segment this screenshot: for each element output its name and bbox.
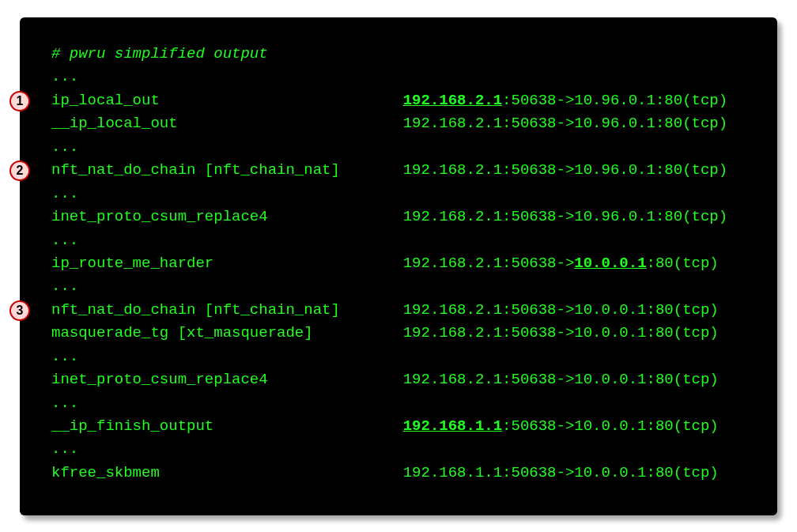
- annotation-label: 2: [17, 164, 24, 178]
- tuple-text: :50638->10.0.0.1:80(tcp): [502, 417, 719, 435]
- function-name: ip_local_out: [51, 89, 403, 112]
- highlighted-ip: 192.168.1.1: [403, 417, 502, 435]
- ellipsis-text: ...: [51, 345, 78, 368]
- ellipsis-line: ...: [51, 438, 746, 461]
- highlighted-ip: 10.0.0.1: [574, 255, 646, 272]
- function-name: inet_proto_csum_replace4: [51, 368, 403, 391]
- connection-tuple: 192.168.1.1:50638->10.0.0.1:80(tcp): [403, 462, 719, 485]
- connection-tuple: 192.168.2.1:50638->10.96.0.1:80(tcp): [403, 112, 727, 135]
- trace-line: masquerade_tg [xt_masquerade]192.168.2.1…: [51, 322, 746, 345]
- annotation-badge-2: 2: [9, 160, 30, 181]
- tuple-text: :50638->10.96.0.1:80(tcp): [502, 92, 727, 109]
- tuple-text: :80(tcp): [647, 255, 719, 272]
- ellipsis-text: ...: [51, 136, 78, 159]
- trace-line: inet_proto_csum_replace4192.168.2.1:5063…: [51, 368, 746, 391]
- ellipsis-line: ...: [51, 345, 746, 368]
- function-name: nft_nat_do_chain [nft_chain_nat]: [51, 159, 403, 182]
- function-name: __ip_finish_output: [51, 415, 403, 438]
- terminal-window: # pwru simplified output ...ip_local_out…: [20, 17, 777, 515]
- connection-tuple: 192.168.2.1:50638->10.0.0.1:80(tcp): [403, 252, 719, 275]
- connection-tuple: 192.168.2.1:50638->10.96.0.1:80(tcp): [403, 206, 727, 228]
- ellipsis-line: ...: [51, 66, 746, 89]
- trace-line: __ip_local_out192.168.2.1:50638->10.96.0…: [51, 112, 746, 135]
- annotation-badge-1: 1: [9, 91, 30, 111]
- ellipsis-line: ...: [51, 183, 746, 206]
- tuple-text: 192.168.2.1:50638->10.0.0.1:80(tcp): [403, 371, 719, 388]
- tuple-text: 192.168.1.1:50638->10.0.0.1:80(tcp): [403, 464, 719, 481]
- trace-line: ip_route_me_harder192.168.2.1:50638->10.…: [51, 252, 746, 275]
- ellipsis-line: ...: [51, 392, 746, 415]
- ellipsis-text: ...: [51, 275, 78, 298]
- trace-line: __ip_finish_output192.168.1.1:50638->10.…: [51, 415, 746, 438]
- trace-line: nft_nat_do_chain [nft_chain_nat]192.168.…: [51, 299, 746, 322]
- connection-tuple: 192.168.2.1:50638->10.0.0.1:80(tcp): [403, 322, 719, 345]
- comment-line: # pwru simplified output: [51, 43, 746, 66]
- ellipsis-text: ...: [51, 438, 78, 461]
- connection-tuple: 192.168.2.1:50638->10.96.0.1:80(tcp): [403, 159, 727, 182]
- ellipsis-line: ...: [51, 275, 746, 298]
- tuple-text: 192.168.2.1:50638->10.96.0.1:80(tcp): [403, 208, 727, 225]
- function-name: nft_nat_do_chain [nft_chain_nat]: [51, 299, 403, 322]
- trace-line: inet_proto_csum_replace4192.168.2.1:5063…: [51, 206, 746, 228]
- connection-tuple: 192.168.2.1:50638->10.0.0.1:80(tcp): [403, 299, 719, 322]
- connection-tuple: 192.168.2.1:50638->10.96.0.1:80(tcp): [403, 89, 727, 112]
- connection-tuple: 192.168.2.1:50638->10.0.0.1:80(tcp): [403, 368, 719, 391]
- ellipsis-line: ...: [51, 136, 746, 159]
- annotation-label: 1: [17, 94, 24, 108]
- ellipsis-text: ...: [51, 66, 78, 89]
- tuple-text: 192.168.2.1:50638->10.0.0.1:80(tcp): [403, 324, 719, 341]
- trace-line: ip_local_out192.168.2.1:50638->10.96.0.1…: [51, 89, 746, 112]
- connection-tuple: 192.168.1.1:50638->10.0.0.1:80(tcp): [403, 415, 719, 438]
- terminal-rows: ...ip_local_out192.168.2.1:50638->10.96.…: [51, 66, 746, 485]
- highlighted-ip: 192.168.2.1: [403, 92, 502, 109]
- function-name: inet_proto_csum_replace4: [51, 206, 403, 228]
- ellipsis-line: ...: [51, 229, 746, 252]
- function-name: ip_route_me_harder: [51, 252, 403, 275]
- tuple-text: 192.168.2.1:50638->: [403, 255, 575, 272]
- function-name: masquerade_tg [xt_masquerade]: [51, 322, 403, 345]
- tuple-text: 192.168.2.1:50638->10.96.0.1:80(tcp): [403, 115, 727, 132]
- annotation-badge-3: 3: [9, 300, 30, 321]
- ellipsis-text: ...: [51, 229, 78, 252]
- trace-line: nft_nat_do_chain [nft_chain_nat]192.168.…: [51, 159, 746, 182]
- ellipsis-text: ...: [51, 183, 78, 206]
- annotation-label: 3: [17, 304, 24, 318]
- trace-line: kfree_skbmem192.168.1.1:50638->10.0.0.1:…: [51, 462, 746, 485]
- function-name: kfree_skbmem: [51, 462, 403, 485]
- function-name: __ip_local_out: [51, 112, 403, 135]
- tuple-text: 192.168.2.1:50638->10.0.0.1:80(tcp): [403, 301, 719, 319]
- ellipsis-text: ...: [51, 392, 78, 415]
- tuple-text: 192.168.2.1:50638->10.96.0.1:80(tcp): [403, 161, 727, 179]
